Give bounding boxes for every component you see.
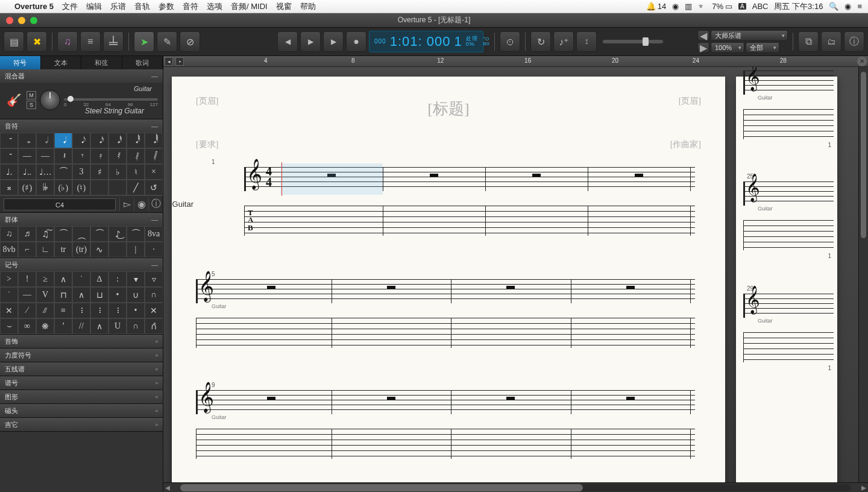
notation-staff[interactable]: 𝄞44 bbox=[244, 167, 695, 191]
volume-slider[interactable]: 0 32 64 96 127 bbox=[64, 93, 158, 107]
tab-staff[interactable] bbox=[743, 109, 834, 139]
palette-cell[interactable]: 𝅗𝅥 bbox=[36, 133, 54, 148]
palette-cell[interactable] bbox=[108, 180, 127, 195]
display-icon[interactable]: ▥ bbox=[685, 2, 692, 11]
palette-cell[interactable] bbox=[90, 180, 108, 195]
tab-staff[interactable] bbox=[196, 318, 695, 348]
palette-cell[interactable]: 8vb bbox=[0, 242, 18, 257]
quantize-button[interactable]: ♪⁺ bbox=[553, 31, 574, 52]
snap-button[interactable]: ⟟ bbox=[576, 31, 597, 52]
palette-cell[interactable]: ▾ bbox=[127, 271, 145, 287]
score-composer[interactable]: [作曲家] bbox=[670, 139, 701, 150]
palette-cell[interactable]: ♭ bbox=[108, 164, 127, 180]
play-button[interactable] bbox=[300, 31, 321, 52]
ruler-start-button[interactable]: ▪ bbox=[175, 57, 184, 66]
menu-window[interactable]: 视窗 bbox=[276, 1, 292, 12]
select-tool[interactable]: ➤ bbox=[134, 31, 154, 52]
menu-extra-icon[interactable]: ≡ bbox=[857, 2, 862, 11]
input-source[interactable]: A bbox=[738, 3, 746, 10]
palette-cell[interactable]: // bbox=[72, 318, 90, 334]
palette-cell[interactable]: ⁀ bbox=[90, 226, 108, 242]
close-window[interactable] bbox=[6, 17, 13, 24]
palette-cell[interactable]: × bbox=[145, 164, 163, 180]
pitch-help-button[interactable]: ⓘ bbox=[148, 198, 163, 211]
palette-cell[interactable]: ╱ bbox=[127, 180, 145, 195]
palette-cell[interactable]: ⌣ bbox=[0, 318, 18, 334]
mixer-button[interactable]: 𝍦 bbox=[103, 31, 124, 52]
ruler-close-button[interactable]: ✕ bbox=[857, 57, 867, 66]
palette-cell[interactable]: ⫶ bbox=[72, 303, 90, 318]
play-from-button[interactable] bbox=[323, 31, 344, 52]
palette-cell[interactable]: ♫ bbox=[0, 226, 18, 242]
palette-cell[interactable]: ⁀ bbox=[127, 226, 145, 242]
palette-cell[interactable]: ∧ bbox=[54, 271, 72, 287]
palette-cell[interactable]: 𝄻 bbox=[0, 148, 18, 164]
header-left[interactable]: [页眉] bbox=[196, 96, 218, 107]
menu-file[interactable]: 文件 bbox=[62, 1, 78, 12]
palette-cell[interactable]: 𝅘𝅥𝅮 bbox=[72, 133, 90, 148]
mixer-panel-header[interactable]: 混合器— bbox=[0, 69, 163, 83]
solo-button[interactable]: S bbox=[27, 101, 36, 109]
palette-cell[interactable]: ♮ bbox=[127, 164, 145, 180]
palette-cell[interactable]: : bbox=[108, 271, 127, 287]
score-page-2[interactable]: 21𝄞Guitar125𝄞Guitar129𝄞Guitar1 bbox=[736, 77, 837, 482]
palette-cell[interactable]: ! bbox=[18, 271, 36, 287]
score-title[interactable]: [标题] bbox=[427, 98, 469, 119]
notif-icon[interactable]: 🔔14 bbox=[646, 2, 666, 11]
note-entry-button[interactable] bbox=[57, 31, 78, 52]
palette-cell[interactable]: (♭) bbox=[54, 180, 72, 195]
palette-cell[interactable]: 𝅂 bbox=[145, 148, 163, 164]
tab-staff[interactable]: TAB bbox=[244, 206, 695, 236]
palette-cell[interactable]: ∩ bbox=[127, 318, 145, 334]
palette-cell[interactable]: (tr) bbox=[72, 242, 90, 257]
groups-panel-header[interactable]: 群体— bbox=[0, 213, 163, 226]
menu-params[interactable]: 参数 bbox=[159, 1, 174, 12]
palette-cell[interactable]: ⁀ bbox=[54, 164, 72, 180]
view-page-button[interactable]: ✖ bbox=[27, 31, 47, 52]
palette-cell[interactable]: | bbox=[127, 242, 145, 257]
palette-cell[interactable]: 𝅘𝅥𝅯 bbox=[90, 133, 108, 148]
palette-cell[interactable]: (♯) bbox=[18, 180, 36, 195]
notation-staff[interactable]: 𝄞Guitar bbox=[196, 390, 695, 414]
list-view-button[interactable] bbox=[80, 31, 101, 52]
palette-cell[interactable]: ˙ bbox=[0, 287, 18, 303]
palette-cell[interactable]: 𝄫 bbox=[36, 180, 54, 195]
view-mode-select[interactable]: 大师乐谱 bbox=[711, 30, 788, 41]
palette-cell[interactable]: ≥ bbox=[36, 271, 54, 287]
palette-cell[interactable]: • bbox=[127, 303, 145, 318]
pencil-tool[interactable] bbox=[157, 31, 177, 52]
palette-cell[interactable]: 𝅘𝅥𝅰 bbox=[108, 133, 127, 148]
palette-cell[interactable]: V bbox=[36, 287, 54, 303]
tempo-slider[interactable] bbox=[603, 40, 663, 43]
palette-cell[interactable]: ∩ bbox=[145, 287, 163, 303]
palette-cell[interactable]: 𝅀 bbox=[108, 148, 127, 164]
palette-cell[interactable]: ♩.. bbox=[18, 164, 36, 180]
view-next-button[interactable]: ▶ bbox=[697, 42, 709, 53]
tab-staff[interactable] bbox=[196, 429, 695, 459]
menu-track[interactable]: 音轨 bbox=[134, 1, 150, 12]
palette-cell[interactable]: ⊔ bbox=[90, 287, 108, 303]
page-viewport[interactable]: [页眉] [页眉] [标题] [要求] [作曲家] Guitar1𝄞44TAB5… bbox=[163, 67, 868, 482]
palette-cell[interactable]: ♯ bbox=[90, 164, 108, 180]
palette-cell[interactable]: ∿ bbox=[90, 242, 108, 257]
palette-cell[interactable]: ∧ bbox=[72, 287, 90, 303]
minimize-window[interactable] bbox=[18, 17, 25, 24]
library-button[interactable] bbox=[821, 31, 841, 52]
tab-text[interactable]: 文本 bbox=[41, 56, 82, 69]
view-prev-button[interactable]: ◀ bbox=[697, 30, 709, 41]
palette-cell[interactable]: ⊓ bbox=[54, 287, 72, 303]
notation-staff[interactable]: 𝄞Guitar bbox=[743, 71, 834, 95]
palette-cell[interactable]: ⫶ bbox=[90, 303, 108, 318]
clock[interactable]: 周五 下午3:16 bbox=[774, 1, 823, 12]
palette-cell[interactable]: ˙ bbox=[72, 271, 90, 287]
palette-cell[interactable]: 𝅘𝅥 bbox=[54, 133, 72, 148]
tab-symbols[interactable]: 符号 bbox=[0, 56, 41, 69]
app-name[interactable]: Overture 5 bbox=[14, 2, 54, 11]
palette-cell[interactable]: ∆ bbox=[90, 271, 108, 287]
palette-cell[interactable]: ∩̂ bbox=[145, 318, 163, 334]
record-button[interactable] bbox=[346, 31, 366, 52]
tab-staff[interactable] bbox=[743, 332, 834, 362]
rewind-button[interactable] bbox=[277, 31, 298, 52]
menu-options[interactable]: 选项 bbox=[207, 1, 222, 12]
palette-cell[interactable]: ∪ bbox=[127, 287, 145, 303]
